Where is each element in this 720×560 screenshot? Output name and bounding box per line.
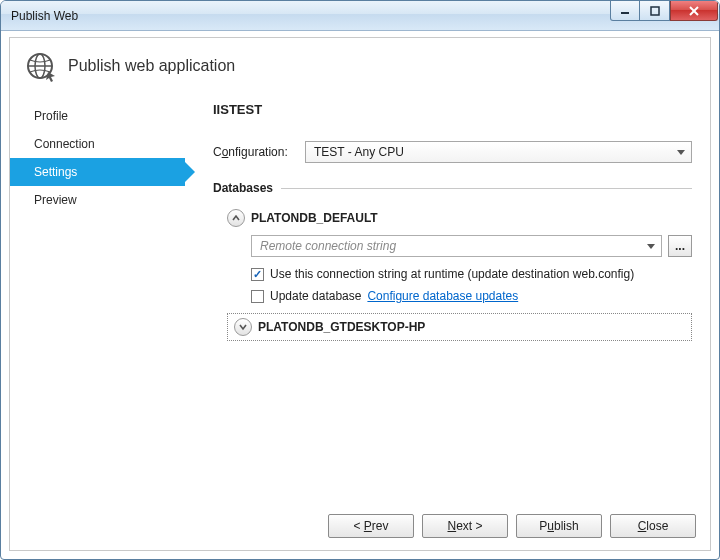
maximize-button[interactable]	[640, 1, 670, 21]
sidebar-item-preview[interactable]: Preview	[10, 186, 185, 214]
update-database-checkbox[interactable]	[251, 290, 264, 303]
update-database-row: Update database Configure database updat…	[251, 289, 692, 303]
prev-button[interactable]: < Prev	[328, 514, 414, 538]
use-runtime-row: Use this connection string at runtime (u…	[251, 267, 692, 281]
sidebar-item-settings[interactable]: Settings	[10, 158, 185, 186]
minimize-button[interactable]	[610, 1, 640, 21]
databases-section-header: Databases	[213, 181, 692, 195]
expand-icon	[234, 318, 252, 336]
sidebar-item-connection[interactable]: Connection	[10, 130, 185, 158]
window-controls	[610, 1, 718, 21]
db1-expander[interactable]: PLATONDB_DEFAULT	[227, 209, 692, 227]
svg-rect-1	[651, 7, 659, 15]
wizard-footer: < Prev Next > Publish Close	[10, 502, 710, 550]
database-entry-collapsed[interactable]: PLATONDB_GTDESKTOP-HP	[227, 313, 692, 341]
profile-name: IISTEST	[213, 102, 692, 117]
configuration-value: TEST - Any CPU	[314, 145, 404, 159]
settings-pane: IISTEST Configuration: TEST - Any CPU Da…	[185, 98, 710, 500]
db1-name: PLATONDB_DEFAULT	[251, 211, 378, 225]
title-bar: Publish Web	[1, 1, 719, 31]
configuration-label: Configuration:	[213, 145, 305, 159]
db2-name: PLATONDB_GTDESKTOP-HP	[258, 320, 425, 334]
use-runtime-checkbox[interactable]	[251, 268, 264, 281]
connection-string-placeholder: Remote connection string	[260, 239, 396, 253]
connection-string-combo[interactable]: Remote connection string	[251, 235, 662, 257]
dialog-header: Publish web application	[10, 38, 710, 100]
publish-web-dialog: Publish Web	[0, 0, 720, 560]
configuration-select[interactable]: TEST - Any CPU	[305, 141, 692, 163]
chevron-down-icon	[677, 150, 685, 155]
wizard-sidebar: Profile Connection Settings Preview	[10, 98, 185, 500]
globe-publish-icon	[24, 50, 56, 82]
window-close-button[interactable]	[670, 1, 718, 21]
update-database-label: Update database	[270, 289, 361, 303]
use-runtime-label: Use this connection string at runtime (u…	[270, 267, 634, 281]
connection-string-browse-button[interactable]: ...	[668, 235, 692, 257]
sidebar-item-profile[interactable]: Profile	[10, 102, 185, 130]
window-title: Publish Web	[11, 9, 78, 23]
chevron-down-icon	[647, 244, 655, 249]
publish-button[interactable]: Publish	[516, 514, 602, 538]
configure-database-updates-link[interactable]: Configure database updates	[367, 289, 518, 303]
client-area: Publish web application Profile Connecti…	[9, 37, 711, 551]
configuration-row: Configuration: TEST - Any CPU	[213, 141, 692, 163]
collapse-icon	[227, 209, 245, 227]
database-entry-expanded: PLATONDB_DEFAULT Remote connection strin…	[227, 209, 692, 303]
close-button[interactable]: Close	[610, 514, 696, 538]
dialog-title: Publish web application	[68, 57, 235, 75]
divider	[281, 188, 692, 189]
next-button[interactable]: Next >	[422, 514, 508, 538]
